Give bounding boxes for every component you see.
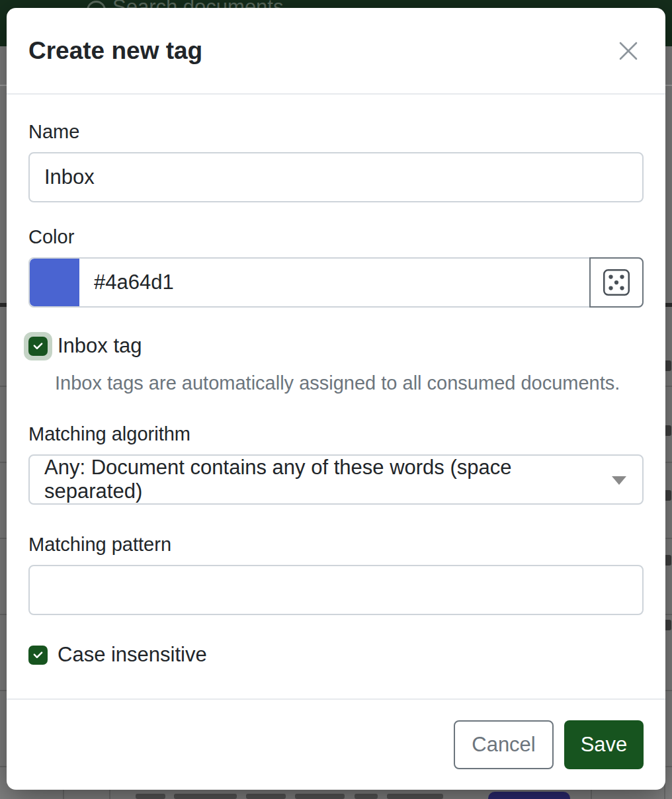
modal-header: Create new tag: [7, 8, 665, 95]
backdrop-text-fragment: [387, 794, 443, 799]
close-button[interactable]: [614, 36, 643, 65]
inbox-tag-checkbox[interactable]: [28, 337, 48, 356]
inbox-tag-label[interactable]: Inbox tag: [58, 334, 142, 358]
matching-pattern-input[interactable]: [28, 565, 644, 615]
color-input-group: [28, 257, 644, 308]
matching-algorithm-select[interactable]: Any: Document contains any of these word…: [28, 454, 644, 505]
backdrop-text-fragment: [355, 794, 378, 799]
color-label: Color: [28, 226, 644, 248]
create-tag-modal: Create new tag Name Color: [7, 8, 665, 790]
dice-5-icon: [603, 269, 630, 296]
cancel-button[interactable]: Cancel: [454, 720, 554, 769]
checkmark-icon: [32, 340, 44, 353]
matching-algorithm-value: Any: Document contains any of these word…: [44, 456, 603, 503]
inbox-tag-help: Inbox tags are automatically assigned to…: [55, 372, 644, 394]
caret-down-icon: [612, 476, 626, 485]
modal-title: Create new tag: [28, 37, 614, 65]
backdrop-blue-button: [488, 792, 570, 799]
backdrop-text-fragment: [246, 794, 286, 799]
case-insensitive-label[interactable]: Case insensitive: [58, 643, 207, 667]
color-hex-input[interactable]: [79, 259, 591, 306]
modal-body: Name Color: [7, 95, 665, 698]
matching-algorithm-label: Matching algorithm: [28, 423, 644, 445]
inbox-tag-row: Inbox tag: [28, 334, 644, 358]
backdrop-text-fragment: [295, 794, 345, 799]
color-swatch: [30, 259, 79, 306]
backdrop-text-fragment: [174, 794, 237, 799]
save-button[interactable]: Save: [564, 720, 644, 769]
backdrop-text-fragment: [136, 794, 165, 799]
random-color-button[interactable]: [589, 257, 644, 308]
matching-pattern-label: Matching pattern: [28, 534, 644, 556]
case-insensitive-row: Case insensitive: [28, 643, 644, 667]
name-label: Name: [28, 121, 644, 143]
name-input[interactable]: [28, 152, 644, 202]
case-insensitive-checkbox[interactable]: [28, 646, 48, 665]
checkbox-focus-halo: [24, 332, 52, 360]
x-icon: [616, 39, 640, 63]
checkmark-icon: [32, 649, 44, 661]
modal-footer: Cancel Save: [7, 698, 665, 790]
